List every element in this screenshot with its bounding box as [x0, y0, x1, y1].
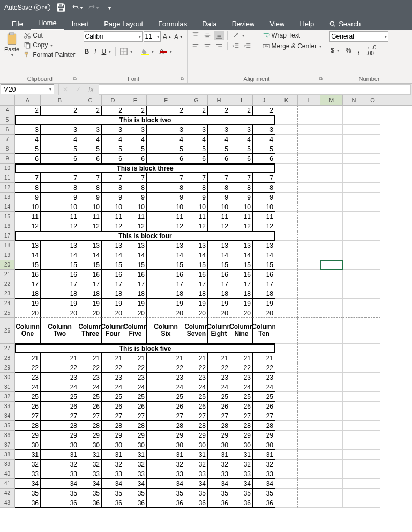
- cell[interactable]: 4: [79, 135, 102, 144]
- cell[interactable]: [365, 344, 380, 353]
- undo-icon[interactable]: ▾: [72, 2, 83, 13]
- cell[interactable]: 23: [124, 373, 147, 382]
- cell[interactable]: 4: [230, 135, 253, 144]
- cell[interactable]: 12: [15, 221, 41, 231]
- cell[interactable]: 30: [79, 440, 102, 450]
- cell[interactable]: 21: [102, 353, 124, 363]
- fill-color-button[interactable]: ▾: [140, 47, 155, 56]
- cell[interactable]: [343, 106, 365, 115]
- row-header[interactable]: 26: [0, 318, 15, 344]
- font-color-button[interactable]: A▾: [158, 44, 173, 59]
- cell[interactable]: 3: [15, 125, 41, 135]
- cell[interactable]: 25: [79, 392, 102, 402]
- cell[interactable]: 17: [79, 279, 102, 289]
- cell[interactable]: 36: [253, 498, 275, 508]
- cell[interactable]: [365, 221, 380, 231]
- row-header[interactable]: 32: [0, 392, 15, 402]
- wrap-text-button[interactable]: Wrap Text: [261, 31, 323, 40]
- cell[interactable]: 5: [208, 144, 230, 154]
- cell[interactable]: 20: [41, 308, 79, 318]
- cell[interactable]: [343, 193, 365, 202]
- cell[interactable]: 31: [208, 450, 230, 460]
- cell[interactable]: [275, 115, 298, 125]
- cell[interactable]: [343, 125, 365, 135]
- fx-icon[interactable]: fx: [85, 86, 98, 93]
- row-header[interactable]: 30: [0, 373, 15, 382]
- column-heading[interactable]: Column Three: [79, 318, 102, 344]
- tab-data[interactable]: Data: [194, 18, 224, 30]
- cell[interactable]: 11: [230, 212, 253, 221]
- cell[interactable]: 16: [15, 270, 41, 279]
- cell[interactable]: 35: [147, 489, 185, 498]
- cell[interactable]: [365, 279, 380, 289]
- cell[interactable]: [320, 318, 343, 344]
- cell[interactable]: [320, 183, 343, 193]
- cell[interactable]: [343, 392, 365, 402]
- cell[interactable]: [320, 202, 343, 212]
- cell[interactable]: [343, 289, 365, 299]
- cell[interactable]: 36: [102, 498, 124, 508]
- cell[interactable]: [365, 144, 380, 154]
- column-header-E[interactable]: E: [124, 95, 147, 105]
- cell[interactable]: 27: [79, 411, 102, 421]
- cell[interactable]: 11: [253, 212, 275, 221]
- cell[interactable]: 35: [102, 489, 124, 498]
- cell[interactable]: [275, 382, 298, 392]
- block-header[interactable]: This is block two: [15, 115, 275, 125]
- cell[interactable]: [365, 411, 380, 421]
- cell[interactable]: 16: [147, 270, 185, 279]
- row-header[interactable]: 34: [0, 411, 15, 421]
- cell[interactable]: 15: [124, 260, 147, 270]
- cell[interactable]: 4: [15, 135, 41, 144]
- cell[interactable]: [275, 411, 298, 421]
- cell[interactable]: 20: [15, 308, 41, 318]
- cell[interactable]: 16: [79, 270, 102, 279]
- column-header-F[interactable]: F: [147, 95, 185, 105]
- cell[interactable]: 15: [102, 260, 124, 270]
- paste-button[interactable]: Paste▾: [3, 31, 20, 58]
- cell[interactable]: [343, 411, 365, 421]
- cell[interactable]: [343, 479, 365, 489]
- cell[interactable]: 18: [147, 289, 185, 299]
- cell[interactable]: 17: [208, 279, 230, 289]
- cell[interactable]: 29: [102, 431, 124, 440]
- cell[interactable]: 12: [79, 221, 102, 231]
- cell[interactable]: [343, 135, 365, 144]
- cell[interactable]: [275, 299, 298, 308]
- cell[interactable]: 8: [15, 183, 41, 193]
- cell[interactable]: [343, 353, 365, 363]
- row-header[interactable]: 37: [0, 440, 15, 450]
- cell[interactable]: [320, 164, 343, 173]
- qat-customize-icon[interactable]: ▾: [104, 2, 115, 13]
- cell[interactable]: 33: [147, 469, 185, 479]
- column-header-M[interactable]: M: [320, 95, 343, 105]
- cell[interactable]: [343, 421, 365, 431]
- cell[interactable]: 5: [15, 144, 41, 154]
- cell[interactable]: 34: [147, 479, 185, 489]
- cell[interactable]: [298, 106, 320, 115]
- cell[interactable]: 27: [253, 411, 275, 421]
- row-header[interactable]: 5: [0, 115, 15, 125]
- cell[interactable]: 3: [147, 125, 185, 135]
- cell[interactable]: 21: [79, 353, 102, 363]
- cell[interactable]: 29: [79, 431, 102, 440]
- font-size-combo[interactable]: 11▾: [144, 31, 161, 42]
- column-header-A[interactable]: A: [15, 95, 41, 105]
- cell[interactable]: [365, 373, 380, 382]
- cell[interactable]: 25: [185, 392, 208, 402]
- cell[interactable]: [275, 125, 298, 135]
- cell[interactable]: 8: [79, 183, 102, 193]
- cell[interactable]: 9: [79, 193, 102, 202]
- cell[interactable]: 9: [147, 193, 185, 202]
- cell[interactable]: 2: [41, 106, 79, 115]
- cell[interactable]: 6: [253, 154, 275, 164]
- cell[interactable]: [298, 450, 320, 460]
- cell[interactable]: 35: [208, 489, 230, 498]
- row-header[interactable]: 43: [0, 498, 15, 508]
- cell[interactable]: 26: [253, 402, 275, 411]
- cell[interactable]: 33: [79, 469, 102, 479]
- cell[interactable]: [320, 270, 343, 279]
- cell[interactable]: 23: [253, 373, 275, 382]
- cell[interactable]: [320, 373, 343, 382]
- orientation-button[interactable]: ▾: [231, 31, 245, 40]
